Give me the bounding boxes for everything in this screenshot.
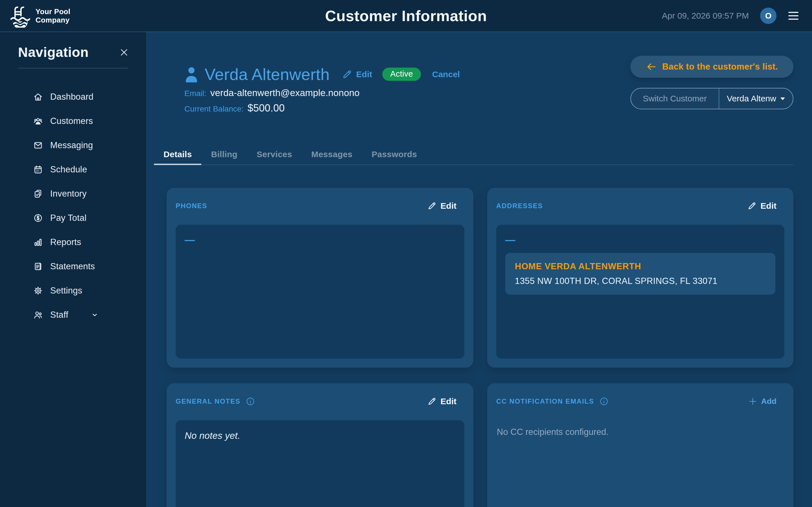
sidebar-item-inventory[interactable]: Inventory (0, 182, 146, 206)
tab-passwords[interactable]: Passwords (362, 145, 426, 165)
calendar-icon (33, 165, 43, 174)
edit-customer-button[interactable]: Edit (342, 69, 372, 79)
cc-notification-emails-card: CC NOTIFICATION EMAILS Add No CC recipie… (487, 383, 794, 507)
email-label: Email: (185, 89, 206, 98)
tab-messages[interactable]: Messages (302, 145, 362, 165)
mail-icon (33, 140, 43, 150)
general-notes-card: GENERAL NOTES Edit No notes yet. (167, 383, 473, 507)
pencil-icon (342, 69, 352, 79)
sidebar-divider (18, 68, 128, 68)
info-icon[interactable] (246, 397, 255, 406)
tab-details[interactable]: Details (154, 145, 201, 165)
back-to-customer-list-button[interactable]: Back to the customer's list. (630, 56, 794, 78)
document-icon (33, 262, 43, 271)
close-icon[interactable] (118, 46, 130, 59)
sidebar-item-schedule[interactable]: Schedule (0, 158, 146, 182)
add-cc-email-button[interactable]: Add (748, 397, 776, 406)
address-name: HOME VERDA ALTENWERTH (515, 262, 766, 272)
main-content: Verda Altenwerth Edit Active Cancel Emai… (146, 32, 812, 507)
hamburger-menu-icon[interactable] (788, 10, 799, 21)
dollar-circle-icon (33, 213, 43, 223)
sidebar-nav: Dashboard Customers Messaging (0, 85, 146, 327)
staff-icon (33, 310, 43, 320)
plus-icon (748, 397, 757, 406)
chevron-down-icon (91, 312, 98, 318)
email-value: verda-altenwerth@example.nonono (210, 88, 360, 98)
user-avatar[interactable]: O (760, 8, 776, 24)
arrow-left-icon (646, 61, 657, 72)
edit-phones-button[interactable]: Edit (427, 201, 456, 211)
sidebar-item-settings[interactable]: Settings (0, 279, 146, 303)
users-icon (33, 116, 43, 126)
page-title: Customer Information (325, 7, 487, 24)
company-name: Your Pool Company (36, 7, 70, 24)
customer-avatar-icon (183, 66, 200, 83)
pencil-icon (748, 202, 756, 210)
pool-ladder-logo-icon (8, 4, 32, 27)
balance-value: $500.00 (248, 102, 285, 114)
edit-notes-button[interactable]: Edit (427, 397, 456, 406)
customer-tabs: Details Billing Services Messages Passwo… (154, 145, 794, 165)
pencil-icon (427, 397, 437, 406)
bar-chart-icon (33, 237, 43, 247)
notes-empty-text: No notes yet. (185, 431, 455, 441)
addresses-empty-marker: — (505, 235, 775, 245)
addresses-list-panel: — HOME VERDA ALTENWERTH 1355 NW 100TH DR… (496, 225, 784, 358)
tab-billing[interactable]: Billing (201, 145, 247, 165)
switch-customer-dropdown[interactable]: Verda Altenw (719, 89, 793, 109)
address-list-item[interactable]: HOME VERDA ALTENWERTH 1355 NW 100TH DR, … (505, 253, 775, 295)
phones-empty-marker: — (185, 235, 455, 245)
sidebar-item-customers[interactable]: Customers (0, 109, 146, 133)
phones-list-panel: — (175, 225, 464, 358)
cancel-customer-button[interactable]: Cancel (432, 69, 460, 79)
info-icon[interactable] (599, 397, 609, 406)
current-datetime: Apr 09, 2026 09:57 PM (662, 11, 749, 20)
sidebar-item-dashboard[interactable]: Dashboard (0, 85, 146, 109)
sidebar-item-staff[interactable]: Staff (0, 303, 146, 327)
cc-emails-card-title: CC NOTIFICATION EMAILS (496, 397, 594, 405)
balance-label: Current Balance: (185, 105, 244, 114)
addresses-card: ADDRESSES Edit — HOME VERDA ALTENWERTH 1… (487, 188, 794, 368)
cc-empty-text: No CC recipients configured. (497, 427, 784, 437)
address-line: 1355 NW 100TH DR, CORAL SPRINGS, FL 3307… (515, 276, 766, 286)
pencil-icon (427, 202, 437, 210)
sidebar-title: Navigation (18, 45, 89, 60)
sidebar-item-messaging[interactable]: Messaging (0, 133, 146, 158)
caret-down-icon (780, 97, 785, 100)
sidebar-item-pay-total[interactable]: Pay Total (0, 206, 146, 230)
navigation-sidebar: Navigation Dashboard Customers (0, 32, 146, 507)
sidebar-item-reports[interactable]: Reports (0, 230, 146, 255)
company-logo: Your Pool Company (8, 4, 70, 27)
phones-card-title: PHONES (175, 202, 207, 210)
tab-services[interactable]: Services (247, 145, 302, 165)
switch-customer-label: Switch Customer (631, 89, 719, 109)
phones-card: PHONES Edit — (167, 188, 473, 368)
home-icon (33, 92, 43, 102)
general-notes-card-title: GENERAL NOTES (175, 397, 241, 405)
app-header: Your Pool Company Customer Information A… (0, 0, 812, 32)
addresses-card-title: ADDRESSES (496, 202, 543, 210)
notes-panel: No notes yet. (175, 420, 464, 507)
switch-customer-control[interactable]: Switch Customer Verda Altenw (630, 88, 794, 109)
sidebar-item-statements[interactable]: Statements (0, 255, 146, 279)
customer-name: Verda Altenwerth (205, 65, 329, 83)
gear-icon (33, 286, 43, 295)
customer-summary: Verda Altenwerth Edit Active Cancel Emai… (183, 65, 460, 114)
status-badge: Active (382, 68, 421, 81)
edit-addresses-button[interactable]: Edit (748, 201, 776, 211)
clipboard-check-icon (33, 189, 43, 199)
